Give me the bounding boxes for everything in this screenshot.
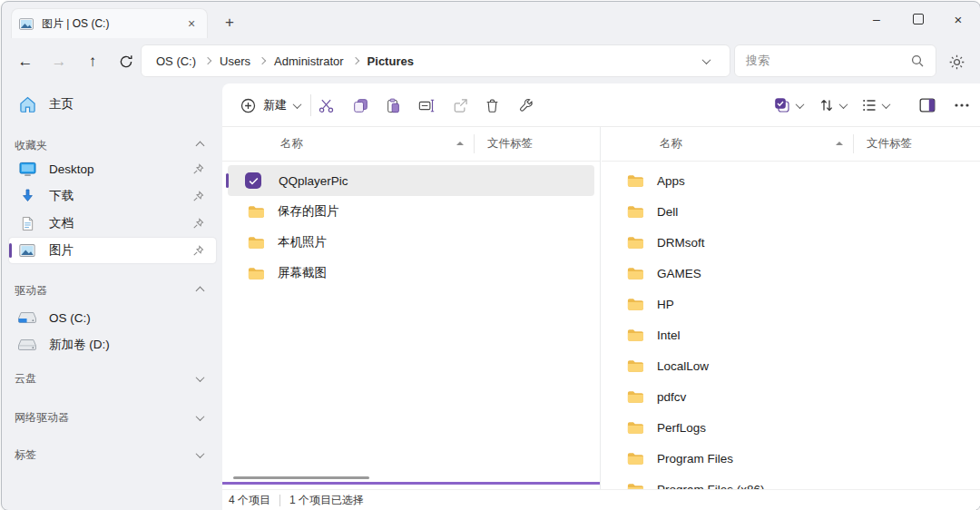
chevron-down-icon: [293, 100, 302, 109]
section-network[interactable]: 网络驱动器: [9, 407, 216, 428]
column-divider[interactable]: [474, 134, 475, 153]
status-divider: [279, 495, 280, 506]
tab-close-icon[interactable]: ×: [183, 15, 200, 32]
sidebar-item-desktop[interactable]: Desktop: [9, 156, 216, 181]
column-header-name[interactable]: 名称: [280, 136, 303, 152]
file-row[interactable]: Intel: [607, 319, 975, 350]
file-name: LocalLow: [657, 359, 709, 373]
preview-pane-button[interactable]: [912, 90, 943, 121]
file-row[interactable]: 屏幕截图: [228, 258, 594, 289]
sort-button[interactable]: [819, 90, 847, 121]
column-header-tags[interactable]: 文件标签: [867, 136, 912, 152]
file-row[interactable]: PerfLogs: [607, 412, 975, 443]
status-bar: 4 个项目 1 个项目已选择: [222, 489, 980, 510]
sidebar-item-home[interactable]: 主页: [9, 91, 216, 118]
new-tab-button[interactable]: +: [218, 11, 241, 34]
file-row[interactable]: 本机照片: [228, 227, 594, 258]
sidebar-item-drive-c[interactable]: OS (C:): [9, 305, 216, 330]
tab-title: 图片 | OS (C:): [42, 16, 183, 32]
active-pane-accent-line: [222, 482, 600, 485]
up-button[interactable]: ↑: [80, 49, 105, 74]
breadcrumb[interactable]: OS (C:) Users Administrator Pictures: [141, 44, 730, 77]
delete-button[interactable]: [476, 90, 507, 121]
view-button[interactable]: [862, 90, 889, 121]
settings-button[interactable]: [946, 51, 967, 73]
file-name: PerfLogs: [657, 421, 706, 435]
sidebar-item-drive-d[interactable]: 新加卷 (D:): [9, 332, 216, 358]
cut-button[interactable]: [310, 90, 341, 121]
pin-icon[interactable]: [189, 218, 207, 230]
file-name: Intel: [657, 329, 681, 342]
sidebar-item-documents[interactable]: 文档: [9, 211, 216, 236]
pane-pictures: 名称 文件标签 QQplayerPic 保存的图片: [222, 127, 601, 490]
home-icon: [18, 96, 36, 113]
column-header-tags[interactable]: 文件标签: [487, 136, 533, 152]
command-toolbar: 新建: [222, 83, 980, 127]
sidebar-item-downloads[interactable]: 下载: [9, 183, 216, 209]
pin-icon[interactable]: [189, 191, 207, 202]
chevron-right-icon: [204, 57, 211, 64]
address-dropdown-icon[interactable]: [702, 55, 711, 64]
chevron-down-icon: [196, 373, 205, 382]
breadcrumb-item[interactable]: Users: [216, 53, 254, 70]
maximize-button[interactable]: [898, 2, 938, 36]
search-input[interactable]: 搜索: [734, 44, 936, 77]
back-button[interactable]: ←: [13, 49, 38, 74]
section-tags[interactable]: 标签: [9, 444, 216, 466]
pin-icon[interactable]: [189, 163, 207, 175]
file-row-selected[interactable]: QQplayerPic: [228, 165, 594, 196]
chevron-down-icon: [196, 449, 205, 458]
file-name: 本机照片: [278, 234, 327, 250]
refresh-icon: [119, 54, 133, 69]
column-headers: 名称 文件标签: [222, 127, 600, 162]
chevron-up-icon: [196, 141, 205, 150]
trash-icon: [485, 98, 500, 113]
paste-button[interactable]: [377, 90, 408, 121]
more-options-button[interactable]: [946, 90, 977, 121]
new-button[interactable]: 新建: [233, 91, 308, 120]
column-divider[interactable]: [853, 134, 854, 153]
rename-button[interactable]: [411, 90, 442, 121]
copy-button[interactable]: [345, 90, 376, 121]
minimize-button[interactable]: –: [857, 2, 897, 36]
file-row-clipped[interactable]: Program Files (x86): [607, 474, 975, 490]
drive-c-icon: [18, 311, 36, 324]
file-row[interactable]: DRMsoft: [607, 227, 975, 258]
explorer-tab[interactable]: 图片 | OS (C:) ×: [11, 8, 208, 38]
column-header-name[interactable]: 名称: [660, 136, 682, 152]
pin-icon[interactable]: [189, 245, 207, 257]
close-button[interactable]: ×: [938, 2, 978, 36]
documents-icon: [18, 216, 36, 231]
sidebar-item-pictures[interactable]: 图片: [9, 238, 216, 263]
file-row[interactable]: Program Files: [607, 443, 975, 474]
share-button[interactable]: [445, 90, 475, 121]
folder-icon: [627, 267, 643, 280]
file-row[interactable]: HP: [607, 289, 975, 319]
section-favorites[interactable]: 收藏夹: [9, 134, 216, 156]
section-drives[interactable]: 驱动器: [9, 280, 216, 301]
checkbox-checked-icon[interactable]: [245, 172, 261, 189]
wrench-icon: [519, 98, 534, 113]
horizontal-scrollbar[interactable]: [233, 476, 369, 479]
file-row[interactable]: Apps: [607, 165, 975, 196]
refresh-button[interactable]: [113, 49, 139, 74]
search-placeholder: 搜索: [746, 53, 769, 69]
pictures-icon: [18, 244, 36, 257]
section-cloud[interactable]: 云盘: [9, 368, 216, 389]
sidebar-item-label: OS (C:): [49, 311, 216, 325]
select-mode-button[interactable]: [774, 90, 803, 121]
file-row[interactable]: LocalLow: [607, 350, 975, 381]
selected-count: 1 个项目已选择: [289, 493, 364, 508]
items-count: 4 个项目: [229, 493, 270, 508]
file-row[interactable]: 保存的图片: [228, 196, 594, 227]
paste-icon: [386, 98, 401, 113]
file-row[interactable]: pdfcv: [607, 381, 975, 412]
search-icon[interactable]: [910, 54, 925, 68]
file-row[interactable]: Dell: [607, 196, 975, 227]
forward-button[interactable]: →: [46, 49, 72, 74]
breadcrumb-item-current[interactable]: Pictures: [364, 53, 417, 70]
breadcrumb-item[interactable]: OS (C:): [152, 53, 200, 70]
tools-button[interactable]: [511, 90, 542, 121]
breadcrumb-item[interactable]: Administrator: [270, 53, 348, 70]
file-row[interactable]: GAMES: [607, 258, 975, 289]
